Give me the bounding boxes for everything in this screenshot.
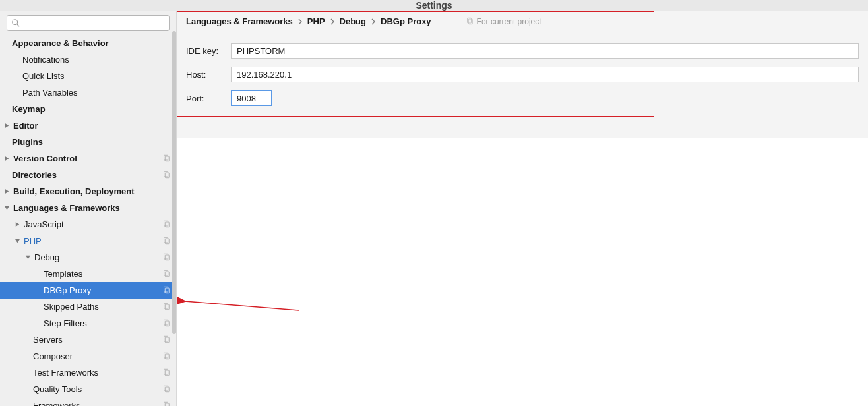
chevron-right-icon — [298, 18, 302, 25]
chevron-down-icon[interactable] — [3, 204, 11, 212]
sidebar-item-label: Composer — [33, 351, 160, 361]
sidebar-item-languages-frameworks[interactable]: Languages & Frameworks — [0, 200, 176, 216]
svg-rect-26 — [164, 386, 168, 391]
svg-rect-27 — [165, 387, 169, 392]
label-host: Host: — [186, 70, 224, 80]
body-area: Appearance & BehaviorNotificationsQuick … — [0, 11, 868, 406]
sidebar-item-composer[interactable]: Composer — [0, 348, 176, 364]
svg-rect-24 — [164, 369, 168, 374]
project-scope-icon — [466, 17, 474, 26]
svg-rect-10 — [164, 254, 168, 259]
project-scope-icon — [162, 237, 171, 245]
scope-hint: For current project — [463, 17, 542, 26]
sidebar-item-php[interactable]: PHP — [0, 233, 176, 249]
chevron-down-icon[interactable] — [13, 237, 21, 245]
breadcrumb-segment[interactable]: Debug — [340, 16, 366, 26]
project-scope-icon — [162, 335, 171, 344]
sidebar-item-label: Step Filters — [44, 318, 160, 328]
chevron-down-icon[interactable] — [24, 254, 32, 262]
sidebar-item-editor[interactable]: Editor — [0, 117, 176, 134]
scope-hint-text: For current project — [477, 17, 542, 26]
project-scope-icon — [162, 171, 171, 179]
sidebar-item-quick-lists[interactable]: Quick Lists — [0, 68, 176, 84]
sidebar-item-label: Debug — [34, 252, 160, 262]
svg-rect-6 — [164, 221, 168, 226]
svg-point-0 — [13, 20, 18, 25]
project-scope-icon — [162, 303, 171, 311]
row-port: Port: — [186, 86, 859, 110]
project-scope-icon — [162, 352, 171, 361]
svg-rect-9 — [165, 239, 169, 244]
chevron-right-icon[interactable] — [13, 221, 21, 229]
svg-rect-17 — [165, 304, 169, 310]
chevron-right-icon — [371, 18, 375, 25]
chevron-right-icon[interactable] — [3, 188, 11, 196]
sidebar-item-plugins[interactable]: Plugins — [0, 134, 176, 150]
svg-rect-7 — [165, 222, 169, 227]
project-scope-icon — [162, 401, 171, 406]
chevron-right-icon[interactable] — [3, 122, 11, 130]
project-scope-icon — [162, 270, 171, 278]
chevron-right-icon[interactable] — [3, 155, 11, 163]
search-icon — [11, 18, 20, 28]
svg-rect-20 — [164, 336, 168, 341]
label-ide-key: IDE key: — [186, 46, 224, 56]
sidebar-item-label: Version Control — [13, 154, 160, 163]
breadcrumb-segment: DBGp Proxy — [381, 16, 431, 26]
sidebar-item-test-frameworks[interactable]: Test Frameworks — [0, 364, 176, 381]
sidebar-item-servers[interactable]: Servers — [0, 332, 176, 348]
sidebar-item-step-filters[interactable]: Step Filters — [0, 315, 176, 332]
sidebar-item-label: Skipped Paths — [44, 302, 160, 312]
breadcrumb-segment[interactable]: Languages & Frameworks — [186, 16, 293, 26]
svg-rect-11 — [165, 255, 169, 260]
input-host[interactable] — [231, 67, 859, 82]
svg-line-1 — [17, 24, 20, 27]
input-port[interactable] — [231, 90, 272, 106]
sidebar-item-label: Frameworks — [33, 401, 160, 406]
sidebar-item-label: DBGp Proxy — [44, 285, 160, 295]
sidebar-item-frameworks[interactable]: Frameworks — [0, 397, 176, 406]
main-panel: Languages & FrameworksPHPDebugDBGp Proxy… — [177, 11, 868, 406]
svg-rect-31 — [468, 19, 472, 24]
svg-rect-21 — [165, 337, 169, 343]
sidebar-item-directories[interactable]: Directories — [0, 167, 176, 183]
sidebar-item-appearance-behavior[interactable]: Appearance & Behavior — [0, 35, 176, 51]
sidebar-scrollbar-thumb[interactable] — [172, 31, 176, 334]
sidebar-item-quality-tools[interactable]: Quality Tools — [0, 381, 176, 397]
sidebar-item-version-control[interactable]: Version Control — [0, 150, 176, 167]
sidebar-item-templates[interactable]: Templates — [0, 266, 176, 282]
sidebar-item-debug[interactable]: Debug — [0, 249, 176, 266]
content-below — [177, 138, 868, 406]
search-input[interactable] — [7, 15, 170, 31]
svg-rect-29 — [165, 403, 169, 406]
project-scope-icon — [162, 220, 171, 229]
sidebar-item-label: Editor — [13, 121, 171, 130]
sidebar-item-label: Quality Tools — [33, 384, 160, 394]
sidebar-item-skipped-paths[interactable]: Skipped Paths — [0, 299, 176, 315]
project-scope-icon — [162, 253, 171, 262]
sidebar-item-notifications[interactable]: Notifications — [0, 51, 176, 68]
window-title-text: Settings — [416, 0, 452, 11]
sidebar: Appearance & BehaviorNotificationsQuick … — [0, 11, 177, 406]
form-area: IDE key: Host: Port: — [177, 32, 868, 138]
project-scope-icon — [162, 385, 171, 393]
sidebar-item-path-variables[interactable]: Path Variables — [0, 84, 176, 101]
sidebar-item-keymap[interactable]: Keymap — [0, 101, 176, 117]
sidebar-item-dbgp-proxy[interactable]: DBGp Proxy — [0, 282, 176, 299]
settings-tree: Appearance & BehaviorNotificationsQuick … — [0, 35, 176, 406]
svg-rect-19 — [165, 321, 169, 326]
svg-rect-14 — [164, 287, 168, 292]
svg-rect-12 — [164, 270, 168, 276]
sidebar-item-build-execution-deployment[interactable]: Build, Execution, Deployment — [0, 183, 176, 200]
row-host: Host: — [186, 63, 859, 86]
sidebar-item-label: Keymap — [12, 104, 171, 114]
input-ide-key[interactable] — [231, 43, 859, 59]
svg-rect-15 — [165, 288, 169, 293]
breadcrumb-segment[interactable]: PHP — [307, 16, 325, 26]
svg-rect-2 — [164, 155, 168, 160]
row-ide-key: IDE key: — [186, 39, 859, 63]
sidebar-item-javascript[interactable]: JavaScript — [0, 216, 176, 233]
sidebar-item-label: Templates — [44, 269, 160, 279]
project-scope-icon — [162, 319, 171, 328]
sidebar-item-label: Directories — [12, 170, 160, 180]
